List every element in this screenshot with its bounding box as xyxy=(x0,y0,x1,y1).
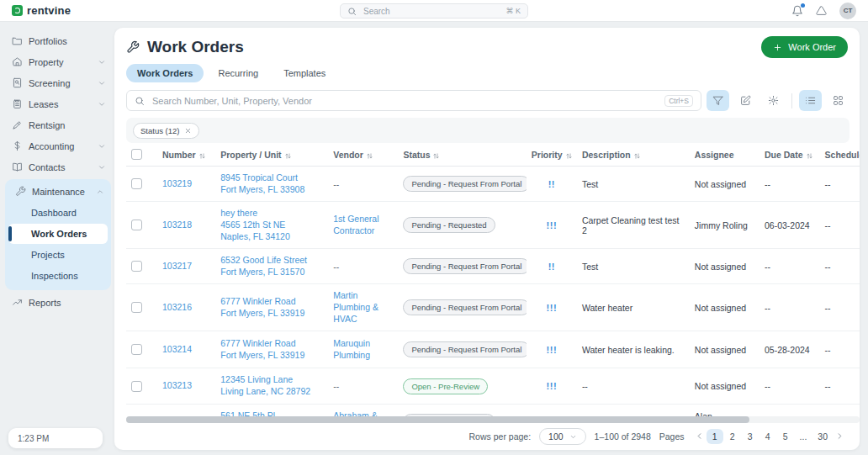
global-search[interactable]: ⌘ K xyxy=(340,3,528,19)
assignee-cell: Not assigned xyxy=(690,331,760,368)
priority-cell: !!! xyxy=(527,331,577,368)
tab-templates[interactable]: Templates xyxy=(273,64,336,82)
table-row: 103218hey there4565 12th St NENaples, FL… xyxy=(126,202,860,249)
sidebar-item-label: Contacts xyxy=(29,162,65,172)
sidebar-subitem-work-orders[interactable]: Work Orders xyxy=(8,224,108,244)
scheduled-start-date-cell: -- xyxy=(820,249,860,284)
page-button-2[interactable]: 2 xyxy=(724,429,741,444)
add-work-order-button[interactable]: Work Order xyxy=(761,36,848,58)
sidebar-item-maintenance[interactable]: Maintenance xyxy=(8,181,108,202)
vendor-link[interactable]: Martin Plumbing & HVAC xyxy=(333,290,393,325)
notification-dot xyxy=(801,3,805,8)
priority-indicator: !!! xyxy=(547,303,558,313)
column-header-priority[interactable]: Priority xyxy=(527,143,577,167)
contacts-icon xyxy=(12,161,23,172)
column-header-vendor[interactable]: Vendor xyxy=(328,143,398,167)
list-view-button[interactable] xyxy=(799,90,822,111)
tab-recurring[interactable]: Recurring xyxy=(207,64,269,82)
priority-cell: !!! xyxy=(527,284,577,331)
priority-cell: !!! xyxy=(527,202,577,249)
row-checkbox-cell xyxy=(126,368,157,404)
page-button-4[interactable]: 4 xyxy=(760,429,776,444)
table-search[interactable]: Ctrl+S xyxy=(126,90,701,111)
sidebar-subitem-projects[interactable]: Projects xyxy=(8,245,108,265)
sidebar-item-label: Property xyxy=(29,57,64,67)
next-page-button[interactable] xyxy=(834,429,846,445)
user-avatar[interactable]: CT xyxy=(839,3,856,19)
table-search-input[interactable] xyxy=(151,95,659,107)
vendor-link[interactable]: Maruquin Plumbing xyxy=(333,338,393,361)
work-order-number-cell: 103219 xyxy=(157,167,215,202)
due-date-cell: 06-03-2024 xyxy=(760,202,820,249)
close-icon[interactable] xyxy=(184,127,192,135)
select-all-checkbox[interactable] xyxy=(131,149,142,160)
work-order-number-link[interactable]: 103219 xyxy=(162,178,210,190)
sidebar-item-accounting[interactable]: Accounting xyxy=(8,135,109,156)
filter-button[interactable] xyxy=(707,90,729,111)
range-text: 1–100 of 2948 xyxy=(595,431,651,442)
row-checkbox[interactable] xyxy=(131,302,142,313)
chevron-down-icon xyxy=(98,163,106,172)
work-order-number-link[interactable]: 103216 xyxy=(162,302,210,314)
property-link[interactable]: 6532 Good Life StreetFort Myers, FL 3157… xyxy=(220,255,323,278)
sidebar-item-reports[interactable]: Reports xyxy=(8,292,109,313)
column-header-assignee[interactable]: Assignee xyxy=(690,143,760,167)
work-order-number-link[interactable]: 103213 xyxy=(162,380,210,392)
sidebar-item-label: Maintenance xyxy=(32,187,85,197)
page-button-1[interactable]: 1 xyxy=(707,429,723,444)
alerts-icon[interactable] xyxy=(816,5,827,16)
grid-view-button[interactable] xyxy=(827,90,849,111)
pages-label: Pages xyxy=(659,431,685,442)
page-button-30[interactable]: 30 xyxy=(812,429,833,444)
property-link[interactable]: 6777 Winkler RoadFort Myers, FL 33919 xyxy=(220,296,323,319)
sidebar-item-label: Accounting xyxy=(29,141,74,151)
settings-button[interactable] xyxy=(762,90,785,111)
edit-view-button[interactable] xyxy=(734,90,757,111)
notifications-bell-icon[interactable] xyxy=(791,5,803,17)
property-link[interactable]: 6777 Winkler RoadFort Myers, FL 33919 xyxy=(220,338,323,361)
page-ellipsis: ... xyxy=(795,429,812,444)
row-checkbox[interactable] xyxy=(131,220,142,230)
property-link[interactable]: 12345 Living LaneLiving Lane, NC 28792 xyxy=(220,374,323,397)
sidebar-item-rentsign[interactable]: Rentsign xyxy=(8,114,109,135)
scheduled-start-date-cell: -- xyxy=(820,167,860,202)
rentvine-logo-icon xyxy=(12,5,23,16)
work-order-number-link[interactable]: 103218 xyxy=(162,220,210,231)
clock-widget: 1:23 PM xyxy=(8,428,103,448)
column-header-scheduled_start_date[interactable]: Scheduled Start Date xyxy=(820,143,860,167)
sidebar-item-leases[interactable]: Leases xyxy=(8,93,109,114)
status-filter-chip[interactable]: Status (12) xyxy=(133,123,199,139)
row-checkbox[interactable] xyxy=(131,381,142,392)
column-header-status[interactable]: Status xyxy=(398,143,526,167)
work-order-number-link[interactable]: 103217 xyxy=(162,261,210,272)
property-unit-cell: 6777 Winkler RoadFort Myers, FL 33919 xyxy=(215,284,328,331)
column-header-property[interactable]: Property / Unit xyxy=(215,143,328,167)
sidebar-item-property[interactable]: Property xyxy=(8,51,109,72)
sidebar-subitem-dashboard[interactable]: Dashboard xyxy=(8,203,108,223)
page-button-3[interactable]: 3 xyxy=(742,429,759,444)
row-checkbox[interactable] xyxy=(131,344,142,355)
work-order-number-link[interactable]: 103214 xyxy=(162,344,210,356)
sidebar-item-contacts[interactable]: Contacts xyxy=(8,156,109,177)
row-checkbox[interactable] xyxy=(131,261,142,272)
property-link[interactable]: 8945 Tropical CourtFort Myers, FL 33908 xyxy=(220,172,323,195)
column-header-number[interactable]: Number xyxy=(157,143,215,167)
global-search-input[interactable] xyxy=(362,6,500,17)
prev-page-button[interactable] xyxy=(693,429,706,445)
vendor-cell: -- xyxy=(328,167,398,202)
priority-indicator: !!! xyxy=(547,345,558,355)
property-link[interactable]: hey there4565 12th St NENaples, FL 34120 xyxy=(220,208,323,242)
sidebar-item-screening[interactable]: Screening xyxy=(8,72,109,93)
horizontal-scrollbar-thumb[interactable] xyxy=(126,416,749,423)
vendor-link[interactable]: 1st General Contractor xyxy=(333,214,393,236)
column-header-description[interactable]: Description xyxy=(577,143,690,167)
sidebar-item-label: Rentsign xyxy=(29,120,65,130)
rows-per-page-select[interactable]: 100 xyxy=(539,428,586,445)
tab-work-orders[interactable]: Work Orders xyxy=(126,64,204,82)
row-checkbox[interactable] xyxy=(131,178,142,189)
page-button-5[interactable]: 5 xyxy=(777,429,794,444)
sidebar-item-portfolios[interactable]: Portfolios xyxy=(8,30,109,51)
rentvine-logo[interactable]: rentvine xyxy=(12,4,71,17)
column-header-due_date[interactable]: Due Date xyxy=(760,143,820,167)
sidebar-subitem-inspections[interactable]: Inspections xyxy=(8,266,108,286)
